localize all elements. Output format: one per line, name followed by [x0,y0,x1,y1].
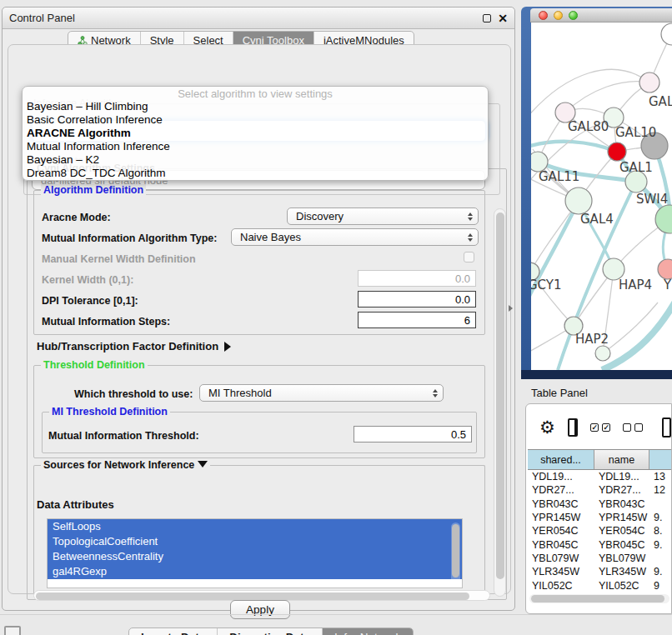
network-canvas[interactable]: GAL GAL80 GAL10 GAL1 GAL11 GAL4 SWI4 GCY… [531,22,672,370]
cell-value[interactable]: 9. [649,512,672,523]
cell-name[interactable]: YBR043C [594,498,649,510]
mi-threshold-group-title: MI Threshold Definition [49,406,170,418]
cell-shared[interactable]: YBR045C [528,539,594,551]
dropdown-item-basic-correlation[interactable]: Basic Correlation Inference [23,113,488,127]
zoom-traffic-light-icon[interactable] [569,11,578,20]
list-item-betweennesscentrality[interactable]: BetweennessCentrality [48,549,462,564]
cell-shared[interactable]: YLR345W [528,566,594,578]
cell-value[interactable]: 8. [649,525,672,537]
cell-name[interactable]: YLR345W [594,566,649,578]
split-columns-icon[interactable] [568,418,578,437]
cell-shared[interactable]: YER054C [528,525,594,537]
table-row[interactable]: YBR045C YBR045C 9. [528,538,672,551]
cyni-bottom-tab-bar: Impute Data Discretize Data Infer Networ… [128,628,414,635]
close-traffic-light-icon[interactable] [539,11,548,20]
dropdown-item-mutual-information[interactable]: Mutual Information Inference [23,140,488,153]
table-row[interactable]: YBR043C YBR043C [528,498,672,511]
settings-vertical-thumb[interactable] [496,212,504,579]
cell-name[interactable]: YBL079W [594,552,649,564]
cell-shared[interactable]: YIL052C [528,580,594,592]
table-row[interactable]: YER054C YER054C 8. [528,524,672,538]
table-row[interactable]: YPR145W YPR145W 9. [528,511,672,524]
cell-value[interactable]: 13 [649,471,672,482]
sources-group-title[interactable]: Sources for Network Inference [41,459,210,471]
split-pane-collapse-icon[interactable] [509,305,513,312]
minimized-panel-icon[interactable] [4,626,21,635]
algorithm-dropdown-list: Select algorithm to view settings Bayesi… [22,86,489,181]
node-gal-partial[interactable] [639,72,659,92]
mi-type-combo[interactable]: Naive Bayes [231,228,479,246]
node-salmon[interactable] [658,259,672,279]
deselect-all-columns-icon[interactable] [623,423,643,432]
cell-value[interactable]: 9. [649,566,672,578]
cell-shared[interactable]: YBL079W [528,552,594,564]
cell-name[interactable]: YDL19... [594,471,649,482]
cell-shared[interactable]: YDR27... [528,484,594,496]
tab-discretize-data[interactable]: Discretize Data [218,628,323,635]
node-label: GAL80 [568,119,609,134]
tab-infer-network[interactable]: Infer Network [323,628,413,635]
dropdown-item-bayesian-hill[interactable]: Bayesian – Hill Climbing [23,100,488,113]
node-gal1[interactable] [608,142,626,161]
dpi-tolerance-field[interactable]: 0.0 [358,291,476,308]
gear-icon[interactable]: ⚙ [539,419,555,436]
table-horizontal-scrollbar[interactable] [529,594,669,603]
manual-kernel-checkbox[interactable] [464,252,474,262]
table-row[interactable]: YBL079W YBL079W [528,552,672,565]
cell-name[interactable]: YBR045C [594,539,649,551]
aracne-mode-combo[interactable]: Discovery [287,208,479,225]
node-partial-bottom[interactable] [595,346,610,361]
control-panel-titlebar[interactable]: Control Panel ✕ [3,8,514,29]
list-item-topologicalcoefficient[interactable]: TopologicalCoefficient [48,534,462,549]
cell-value[interactable]: 9 [649,580,672,592]
column-header-partial[interactable] [649,450,672,469]
node-swi4[interactable] [655,205,672,233]
dropdown-item-bayesian-k2[interactable]: Bayesian – K2 [23,153,488,167]
which-threshold-combo[interactable]: MI Threshold [199,384,444,402]
table-row[interactable]: YDR27... YDR27... 12 [528,483,672,497]
collapsed-arrow-icon[interactable] [224,342,231,352]
table-row[interactable]: YLR345W YLR345W 9. [528,565,672,578]
node-partial-top[interactable] [661,23,672,45]
close-icon[interactable]: ✕ [498,14,508,22]
mi-threshold-field[interactable]: 0.5 [354,426,472,442]
list-scrollbar[interactable] [451,522,460,586]
threshold-definition-title: Threshold Definition [41,359,148,371]
apply-button[interactable]: Apply [230,600,290,619]
minimize-traffic-light-icon[interactable] [554,11,563,20]
settings-vertical-scrollbar[interactable] [494,208,506,597]
table-row[interactable]: YIL052C YIL052C 9 [528,578,672,592]
node-gal4[interactable] [565,188,592,214]
cell-shared[interactable]: YPR145W [528,512,594,523]
list-item-gal4rgexp[interactable]: gal4RGexp [48,564,462,579]
stepper-icon [468,233,474,242]
list-scrollbar-thumb[interactable] [452,524,459,578]
column-header-name[interactable]: name [594,450,649,469]
tab-impute-data[interactable]: Impute Data [129,628,218,635]
dropdown-item-dream8[interactable]: Dream8 DC_TDC Algorithm [23,167,488,180]
network-window-titlebar[interactable] [530,8,672,22]
cell-value[interactable]: 12 [649,484,672,496]
float-window-icon[interactable] [483,14,491,22]
kernel-width-field[interactable]: 0.0 [358,270,476,287]
tab-impute-data-label: Impute Data [141,631,205,635]
expanded-arrow-icon[interactable] [198,461,208,468]
hub-definition-toggle[interactable]: Hub/Transcription Factor Definition [37,340,231,352]
cell-name[interactable]: YPR145W [594,512,649,523]
column-header-shared[interactable]: shared... [528,450,594,469]
document-icon[interactable] [662,418,671,438]
select-all-columns-icon[interactable]: ✓✓ [590,423,610,432]
table-horizontal-thumb[interactable] [531,595,664,602]
cell-value[interactable]: 9. [649,539,672,551]
mi-steps-field[interactable]: 6 [358,312,476,328]
cell-name[interactable]: YDR27... [594,484,649,496]
table-row[interactable]: YDL19... YDL19... 13 [528,470,672,483]
cell-shared[interactable]: YDL19... [528,471,594,482]
data-attributes-list: SelfLoops TopologicalCoefficient Between… [47,518,463,588]
cell-shared[interactable]: YBR043C [528,498,594,510]
settings-horizontal-thumb[interactable] [36,592,469,600]
cell-name[interactable]: YIL052C [594,580,649,592]
cell-name[interactable]: YER054C [594,525,649,537]
list-item-selfloops[interactable]: SelfLoops [48,519,462,534]
dropdown-item-aracne[interactable]: ARACNE Algorithm [23,127,488,140]
